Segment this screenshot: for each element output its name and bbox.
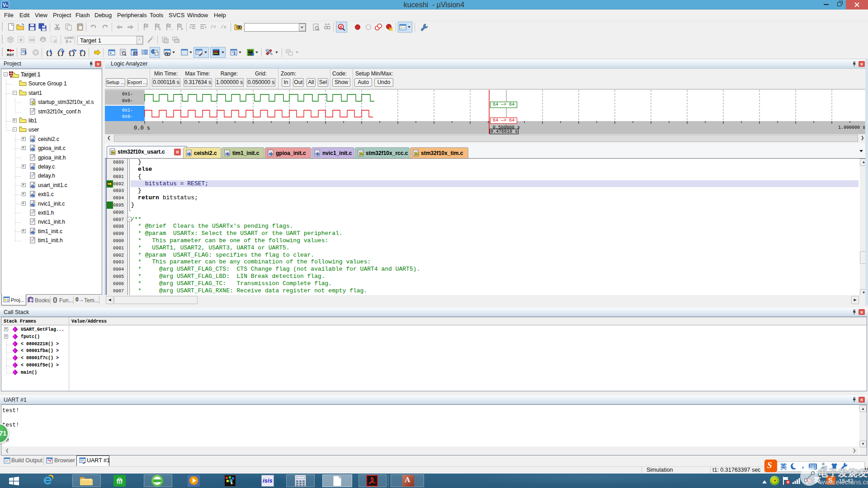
svg-text:S: S: [134, 52, 137, 56]
svg-text:d: d: [340, 24, 342, 29]
svg-text:/=: /=: [210, 24, 216, 30]
svg-text:↻: ↻: [158, 27, 161, 31]
svg-text:/x: /x: [221, 24, 227, 30]
svg-text:?: ?: [30, 299, 32, 302]
svg-text:{}: {}: [46, 50, 53, 56]
svg-text:✕: ✕: [180, 27, 184, 31]
svg-text:RST: RST: [7, 53, 14, 57]
svg-text:→: →: [170, 27, 173, 31]
svg-text:>_: >_: [109, 51, 114, 55]
svg-text:LOAD: LOAD: [65, 36, 74, 39]
